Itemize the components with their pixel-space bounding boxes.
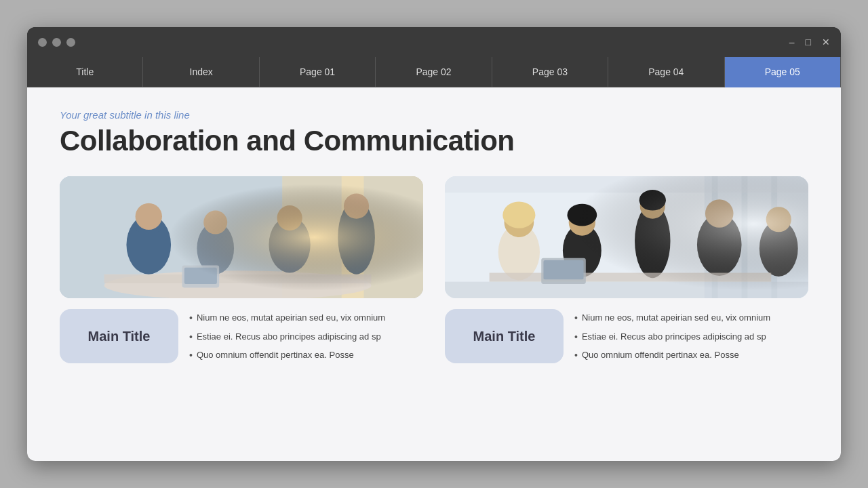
close-dot	[38, 38, 47, 47]
card-right: Main Title Nium ne eos, mutat apeirian s…	[445, 176, 808, 368]
office-image-left	[60, 176, 423, 298]
bullet-left-3: Quo omnium offendit pertinax ea. Posse	[189, 349, 423, 363]
minimize-icon[interactable]: –	[789, 37, 795, 47]
svg-rect-40	[445, 176, 808, 298]
titlebar: – □ ✕	[27, 27, 841, 57]
cards-row: Main Title Nium ne eos, mutat apeirian s…	[60, 176, 808, 368]
tab-page03[interactable]: Page 03	[492, 57, 608, 87]
tab-page04[interactable]: Page 04	[608, 57, 724, 87]
tab-page02[interactable]: Page 02	[376, 57, 492, 87]
close-icon[interactable]: ✕	[822, 37, 830, 47]
bullet-right-1: Nium ne eos, mutat apeirian sed eu, vix …	[574, 312, 808, 325]
page-heading: Collaboration and Communication	[60, 125, 808, 157]
page-subtitle: Your great subtitle in this line	[60, 109, 808, 121]
tab-title[interactable]: Title	[27, 57, 143, 87]
card-right-image	[445, 176, 808, 298]
bullet-right-2: Estiae ei. Recus abo principes adipiscin…	[574, 331, 808, 344]
card-left-title-box: Main Title	[60, 309, 178, 363]
card-left-bullets: Nium ne eos, mutat apeirian sed eu, vix …	[189, 309, 423, 368]
maximize-dot	[66, 38, 75, 47]
traffic-lights	[38, 38, 75, 47]
minimize-dot	[52, 38, 61, 47]
tab-index[interactable]: Index	[143, 57, 259, 87]
tabs-bar: Title Index Page 01 Page 02 Page 03 Page…	[27, 57, 841, 87]
card-right-bullets: Nium ne eos, mutat apeirian sed eu, vix …	[574, 309, 808, 368]
office-image-right	[445, 176, 808, 298]
app-window: – □ ✕ Title Index Page 01 Page 02 Page 0…	[27, 27, 841, 461]
svg-rect-15	[60, 176, 423, 298]
tab-page01[interactable]: Page 01	[260, 57, 376, 87]
card-right-title-box: Main Title	[445, 309, 564, 363]
card-left: Main Title Nium ne eos, mutat apeirian s…	[60, 176, 423, 368]
maximize-icon[interactable]: □	[806, 37, 811, 47]
window-controls: – □ ✕	[789, 37, 830, 47]
tab-page05[interactable]: Page 05	[725, 57, 841, 87]
bullet-left-2: Estiae ei. Recus abo principes adipiscin…	[189, 331, 423, 344]
bullet-left-1: Nium ne eos, mutat apeirian sed eu, vix …	[189, 312, 423, 325]
card-left-image	[60, 176, 423, 298]
bullet-right-3: Quo omnium offendit pertinax ea. Posse	[574, 349, 808, 363]
content-area: Your great subtitle in this line Collabo…	[27, 87, 841, 461]
card-left-bottom: Main Title Nium ne eos, mutat apeirian s…	[60, 309, 423, 368]
card-right-bottom: Main Title Nium ne eos, mutat apeirian s…	[445, 309, 808, 368]
card-left-title: Main Title	[88, 329, 151, 344]
card-right-title: Main Title	[473, 329, 536, 344]
